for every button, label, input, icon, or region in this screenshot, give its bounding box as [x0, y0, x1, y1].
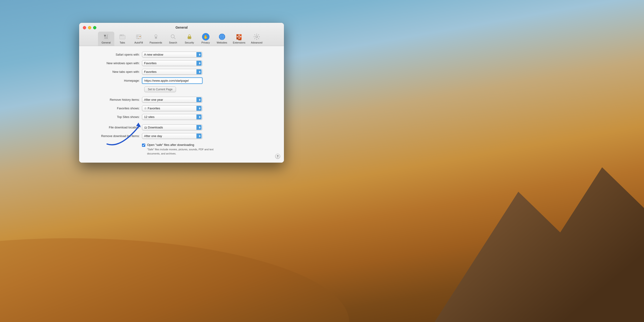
toolbar-label-advanced: Advanced: [251, 41, 262, 44]
passwords-icon: [152, 33, 160, 40]
privacy-icon: ✋: [202, 33, 210, 40]
favorites-shows-select-wrapper: ☆ Favorites Bookmarks Bar: [142, 106, 202, 111]
top-sites-select-wrapper: 6 sites 12 sites 24 sites: [142, 114, 202, 120]
new-windows-label: New windows open with:: [88, 62, 142, 65]
download-location-select-wrapper: 🗂 Downloads Desktop Ask for each downloa…: [142, 124, 202, 130]
minimize-button[interactable]: [88, 26, 91, 29]
toolbar-item-privacy[interactable]: ✋ Privacy: [198, 32, 214, 46]
search-icon: [170, 33, 177, 40]
svg-point-22: [189, 38, 190, 38]
new-tabs-label: New tabs open with:: [88, 70, 142, 74]
extensions-icon: [235, 33, 243, 40]
open-safe-files-row: Open "safe" files after downloading "Saf…: [88, 143, 275, 156]
svg-line-42: [258, 38, 259, 39]
open-safe-files-content: Open "safe" files after downloading "Saf…: [147, 143, 217, 156]
maximize-button[interactable]: [93, 26, 96, 29]
toolbar-item-passwords[interactable]: Passwords: [147, 32, 165, 46]
new-windows-row: New windows open with: Favorites Homepag…: [88, 60, 275, 66]
download-location-row: File download location: 🗂 Downloads Desk…: [88, 124, 275, 130]
svg-rect-8: [122, 35, 124, 36]
general-icon: [102, 33, 110, 40]
autofill-icon: [135, 33, 142, 40]
window-title: General: [176, 26, 188, 29]
toolbar-label-privacy: Privacy: [201, 41, 210, 44]
safari-opens-select[interactable]: A new window A new private window All wi…: [142, 52, 202, 58]
svg-rect-2: [106, 35, 108, 35]
homepage-row: Homepage:: [88, 78, 275, 84]
favorites-shows-label: Favorites shows:: [88, 106, 142, 110]
svg-line-41: [254, 35, 255, 35]
top-sites-select[interactable]: 6 sites 12 sites 24 sites: [142, 114, 202, 120]
toolbar-item-websites[interactable]: Websites: [214, 32, 230, 46]
toolbar-item-extensions[interactable]: Extensions: [230, 32, 248, 46]
toolbar-label-general: General: [102, 41, 110, 44]
remove-history-select[interactable]: After one day After one week After two w…: [142, 97, 202, 102]
homepage-input[interactable]: [142, 78, 202, 84]
svg-point-36: [256, 36, 258, 38]
close-button[interactable]: [83, 26, 86, 29]
toolbar-label-passwords: Passwords: [150, 41, 162, 44]
window-controls: [83, 26, 96, 29]
preferences-content: Safari opens with: A new window A new pr…: [79, 46, 284, 163]
favorites-shows-select[interactable]: ☆ Favorites Bookmarks Bar: [142, 106, 202, 111]
remove-history-row: Remove history items: After one day Afte…: [88, 97, 275, 102]
tabs-icon: [119, 33, 126, 40]
svg-rect-1: [104, 35, 106, 36]
svg-point-32: [238, 35, 240, 36]
svg-rect-5: [104, 38, 108, 39]
new-windows-select[interactable]: Favorites Homepage Empty Page: [142, 60, 202, 66]
toolbar: General Tabs: [96, 32, 267, 46]
svg-rect-9: [136, 35, 141, 38]
advanced-icon: [253, 33, 260, 40]
toolbar-label-tabs: Tabs: [120, 41, 125, 44]
download-location-select[interactable]: 🗂 Downloads Desktop Ask for each downloa…: [142, 124, 202, 130]
svg-rect-3: [106, 36, 108, 36]
remove-history-label: Remove history items:: [88, 98, 142, 102]
privacy-hand-icon: ✋: [202, 33, 210, 40]
set-current-page-button[interactable]: Set to Current Page: [144, 86, 176, 92]
svg-line-44: [254, 38, 255, 39]
toolbar-item-security[interactable]: Security: [181, 32, 198, 46]
toolbar-item-advanced[interactable]: Advanced: [248, 32, 265, 46]
new-tabs-row: New tabs open with: Favorites Homepage E…: [88, 69, 275, 75]
remove-downloads-select[interactable]: Manually When Safari quits Upon successf…: [142, 133, 202, 139]
toolbar-label-security: Security: [185, 41, 194, 44]
svg-point-33: [240, 36, 241, 38]
help-button[interactable]: ?: [275, 154, 280, 159]
download-location-label: File download location:: [88, 126, 142, 129]
toolbar-label-search: Search: [169, 41, 177, 44]
new-windows-select-wrapper: Favorites Homepage Empty Page: [142, 60, 202, 66]
toolbar-label-websites: Websites: [217, 41, 227, 44]
homepage-input-wrapper: [142, 78, 202, 84]
top-sites-row: Top Sites shows: 6 sites 12 sites 24 sit…: [88, 114, 275, 120]
svg-rect-4: [104, 37, 108, 38]
open-safe-files-checkbox[interactable]: [142, 144, 145, 147]
toolbar-item-search[interactable]: Search: [165, 32, 181, 46]
safari-opens-select-wrapper: A new window A new private window All wi…: [142, 52, 202, 58]
toolbar-label-autofill: AutoFill: [134, 41, 143, 44]
toolbar-label-extensions: Extensions: [233, 41, 246, 44]
svg-rect-7: [120, 35, 122, 36]
new-tabs-select[interactable]: Favorites Homepage Empty Page: [142, 69, 202, 75]
favorites-shows-row: Favorites shows: ☆ Favorites Bookmarks B…: [88, 106, 275, 111]
toolbar-item-general[interactable]: General: [98, 32, 114, 46]
toolbar-item-autofill[interactable]: AutoFill: [130, 32, 147, 46]
homepage-label: Homepage:: [88, 79, 142, 82]
remove-downloads-select-wrapper: Manually When Safari quits Upon successf…: [142, 133, 202, 139]
open-safe-files-sublabel: "Safe" files include movies, pictures, s…: [147, 148, 214, 155]
svg-point-34: [238, 38, 240, 39]
remove-downloads-row: Remove download list items: Manually Whe…: [88, 133, 275, 139]
top-sites-label: Top Sites shows:: [88, 115, 142, 119]
new-tabs-select-wrapper: Favorites Homepage Empty Page: [142, 69, 202, 75]
safari-preferences-window: General General: [79, 23, 284, 163]
safari-opens-with-row: Safari opens with: A new window A new pr…: [88, 52, 275, 58]
svg-line-18: [174, 38, 175, 39]
titlebar: General General: [79, 23, 284, 46]
security-icon: [186, 33, 193, 40]
websites-icon: [218, 33, 226, 40]
remove-history-select-wrapper: After one day After one week After two w…: [142, 97, 202, 102]
toolbar-item-tabs[interactable]: Tabs: [114, 32, 130, 46]
remove-downloads-label: Remove download list items:: [88, 134, 142, 138]
set-current-page-row: Set to Current Page: [88, 86, 275, 92]
safari-opens-label: Safari opens with:: [88, 53, 142, 56]
